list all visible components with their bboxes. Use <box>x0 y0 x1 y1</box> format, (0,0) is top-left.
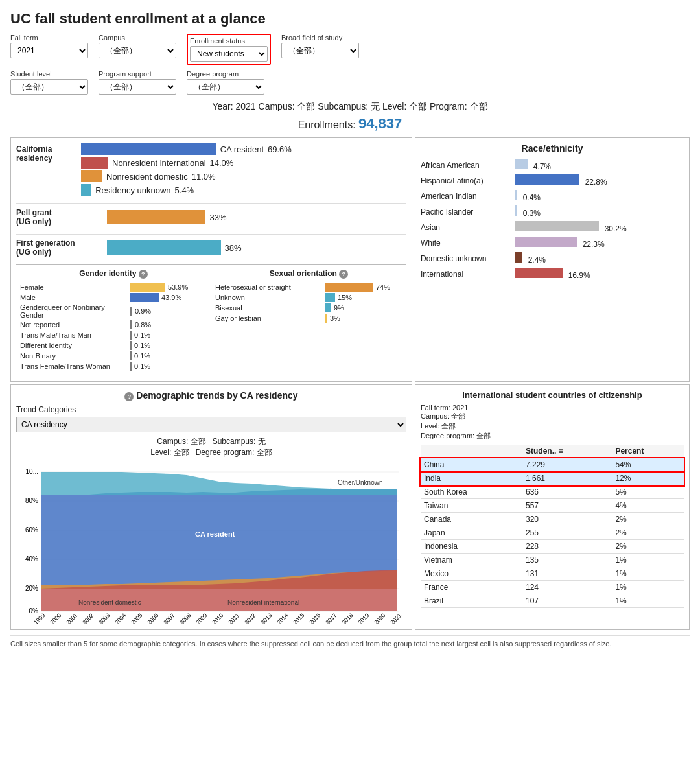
program-support-filter: Program support （全部） <box>99 70 176 95</box>
trend-categories-select[interactable]: CA residency <box>16 417 406 432</box>
degree-program-select[interactable]: （全部） <box>187 79 264 95</box>
svg-text:20%: 20% <box>25 585 38 592</box>
svg-text:2014: 2014 <box>275 612 289 624</box>
sexual-rows: Heterosexual or straight 74% Unknown 15%… <box>215 283 402 323</box>
gender-row: Non-Binary 0.1% <box>20 351 207 360</box>
ca-residency-bar-pct: 14.0% <box>210 158 234 168</box>
gender-item-label: Female <box>20 283 130 291</box>
svg-text:2006: 2006 <box>146 612 159 624</box>
pell-grant-row: Pell grant(UG only) 33% <box>16 204 406 230</box>
sexual-item-pct: 9% <box>334 304 344 312</box>
race-item-bar-wrap: 16.9% <box>515 268 684 280</box>
sexual-help-icon[interactable]: ? <box>339 270 348 279</box>
ca-residency-bar-pct: 5.4% <box>175 185 194 195</box>
gender-item-pct: 0.1% <box>134 331 150 339</box>
intl-country: South Korea <box>421 485 522 499</box>
svg-text:2012: 2012 <box>243 612 257 624</box>
race-item-pct: 0.3% <box>523 209 541 218</box>
program-support-select[interactable]: （全部） <box>99 79 176 95</box>
svg-text:60%: 60% <box>25 526 38 533</box>
svg-text:2011: 2011 <box>227 612 240 624</box>
international-table-row: Mexico 131 1% <box>421 567 684 581</box>
footer-note: Cell sizes smaller than 5 for some demog… <box>10 635 690 648</box>
sexual-row: Gay or lesbian 3% <box>215 314 402 323</box>
intl-percent: 4% <box>612 499 684 513</box>
race-item-pct: 22.8% <box>585 178 607 187</box>
intl-country: Taiwan <box>421 499 522 513</box>
gender-item-bar <box>130 331 132 340</box>
race-item-bar <box>515 205 517 216</box>
gender-item-pct: 0.1% <box>134 362 150 370</box>
race-item-pct: 22.3% <box>583 240 605 249</box>
nonresident-domestic-chart-label: Nonresident domestic <box>78 599 141 606</box>
trend-help-icon[interactable]: ? <box>124 392 134 401</box>
international-table-row: Taiwan 557 4% <box>421 499 684 513</box>
svg-text:2009: 2009 <box>194 612 208 624</box>
intl-country: India <box>421 472 522 485</box>
svg-text:2016: 2016 <box>308 612 321 624</box>
chart-area: 10... 80% 60% 40% 20% 0% <box>16 462 406 624</box>
svg-text:2019: 2019 <box>356 612 370 624</box>
gender-help-icon[interactable]: ? <box>139 270 148 279</box>
col-percent: Percent <box>612 445 684 458</box>
enrollment-status-filter: Enrollment status New students <box>187 34 271 65</box>
trend-panel: ? Demographic trends by CA residency Tre… <box>10 384 412 630</box>
intl-students: 255 <box>522 526 612 540</box>
race-row: Domestic unknown 2.4% <box>421 252 684 264</box>
international-table: Studen.. ≡ Percent China 7,229 54% India… <box>421 445 684 608</box>
campus-filter: Campus （全部） <box>99 34 176 65</box>
race-row: American Indian 0.4% <box>421 190 684 202</box>
race-row: Asian 30.2% <box>421 221 684 233</box>
ca-residency-bar-label: Nonresident domestic <box>106 172 188 181</box>
broad-field-select[interactable]: （全部） <box>281 43 359 58</box>
gender-item-bar <box>130 307 132 316</box>
first-gen-pct: 38% <box>225 243 242 253</box>
intl-country: Vietnam <box>421 554 522 567</box>
gender-sexual-grid: Gender identity ? Female 53.9% Male 43.9… <box>16 264 406 376</box>
svg-text:0%: 0% <box>29 607 39 614</box>
broad-field-label: Broad field of study <box>281 34 359 41</box>
first-gen-bar-wrap: 38% <box>107 240 406 255</box>
intl-students: 557 <box>522 499 612 513</box>
sexual-item-label: Heterosexual or straight <box>215 283 325 291</box>
ca-residency-bar-row: Nonresident domestic 11.0% <box>81 170 406 182</box>
student-level-filter: Student level （全部） <box>10 70 88 95</box>
enrollment-status-label: Enrollment status <box>190 37 268 45</box>
svg-text:2021: 2021 <box>389 612 402 624</box>
enrollment-status-select[interactable]: New students <box>190 46 268 62</box>
race-item-label: American Indian <box>421 192 515 201</box>
first-gen-row: First generation(UG only) 38% <box>16 234 406 261</box>
gender-item-label: Male <box>20 294 130 301</box>
race-item-pct: 0.4% <box>523 193 541 202</box>
ca-residency-bar-row: Nonresident international 14.0% <box>81 157 406 169</box>
intl-percent: 5% <box>612 485 684 499</box>
intl-percent: 1% <box>612 567 684 581</box>
gender-item-label: Not reported <box>20 321 130 329</box>
intl-percent: 1% <box>612 594 684 608</box>
fall-term-select[interactable]: 2021 <box>10 43 88 58</box>
intl-percent: 12% <box>612 472 684 485</box>
ca-residency-bar-label: Nonresident international <box>112 158 206 168</box>
student-level-select[interactable]: （全部） <box>10 79 88 95</box>
gender-item-pct: 0.1% <box>134 342 150 349</box>
ca-residency-bar-row: CA resident 69.6% <box>81 143 406 155</box>
ca-residency-bar-pct: 11.0% <box>192 172 216 181</box>
race-item-pct: 2.4% <box>528 255 546 264</box>
svg-text:2008: 2008 <box>178 612 192 624</box>
gender-item-bar <box>130 283 165 292</box>
race-item-pct: 4.7% <box>533 162 551 171</box>
sexual-item-label: Unknown <box>215 294 325 301</box>
gender-item-label: Different Identity <box>20 342 130 349</box>
gender-item-bar <box>130 320 132 329</box>
gender-row: Not reported 0.8% <box>20 320 207 329</box>
gender-item-bar <box>130 351 132 360</box>
svg-text:2018: 2018 <box>340 612 354 624</box>
sexual-item-label: Bisexual <box>215 304 325 312</box>
page-title: UC fall student enrollment at a glance <box>10 10 690 27</box>
col-students[interactable]: Studen.. ≡ <box>522 445 612 458</box>
campus-select[interactable]: （全部） <box>99 43 176 58</box>
svg-text:40%: 40% <box>25 556 38 563</box>
svg-text:2003: 2003 <box>97 612 111 624</box>
international-table-row: Indonesia 228 2% <box>421 540 684 554</box>
race-item-bar-wrap: 22.8% <box>515 174 684 187</box>
